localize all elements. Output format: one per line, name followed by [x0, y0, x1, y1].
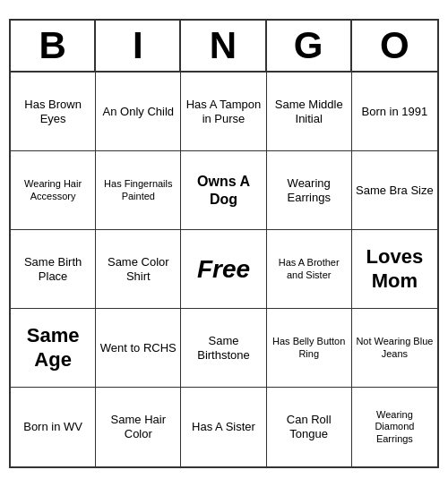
bingo-cell-3: Same Middle Initial [267, 73, 352, 151]
bingo-cell-0: Has Brown Eyes [11, 73, 96, 151]
bingo-cell-11: Same Color Shirt [96, 230, 181, 309]
bingo-cell-8: Wearing Earrings [267, 151, 352, 230]
header-letter-i: I [96, 21, 181, 71]
bingo-cell-6: Has Fingernails Painted [96, 151, 181, 230]
bingo-cell-14: Loves Mom [352, 230, 437, 309]
bingo-cell-13: Has A Brother and Sister [267, 230, 352, 309]
bingo-header: BINGO [11, 21, 437, 73]
bingo-cell-1: An Only Child [96, 73, 181, 151]
bingo-card: BINGO Has Brown EyesAn Only ChildHas A T… [9, 19, 439, 468]
bingo-cell-18: Has Belly Button Ring [267, 309, 352, 388]
bingo-cell-21: Same Hair Color [96, 388, 181, 466]
bingo-cell-5: Wearing Hair Accessory [11, 151, 96, 230]
bingo-cell-4: Born in 1991 [352, 73, 437, 151]
header-letter-n: N [181, 21, 266, 71]
bingo-cell-24: Wearing Diamond Earrings [352, 388, 437, 466]
bingo-cell-17: Same Birthstone [181, 309, 266, 388]
header-letter-g: G [267, 21, 352, 71]
bingo-cell-15: Same Age [11, 309, 96, 388]
bingo-cell-9: Same Bra Size [352, 151, 437, 230]
bingo-cell-16: Went to RCHS [96, 309, 181, 388]
header-letter-b: B [11, 21, 96, 71]
bingo-cell-20: Born in WV [11, 388, 96, 466]
bingo-cell-10: Same Birth Place [11, 230, 96, 309]
bingo-cell-12: Free [181, 230, 266, 309]
bingo-cell-7: Owns A Dog [181, 151, 266, 230]
bingo-cell-2: Has A Tampon in Purse [181, 73, 266, 151]
header-letter-o: O [352, 21, 437, 71]
bingo-grid: Has Brown EyesAn Only ChildHas A Tampon … [11, 73, 437, 466]
bingo-cell-23: Can Roll Tongue [267, 388, 352, 466]
bingo-cell-19: Not Wearing Blue Jeans [352, 309, 437, 388]
bingo-cell-22: Has A Sister [181, 388, 266, 466]
